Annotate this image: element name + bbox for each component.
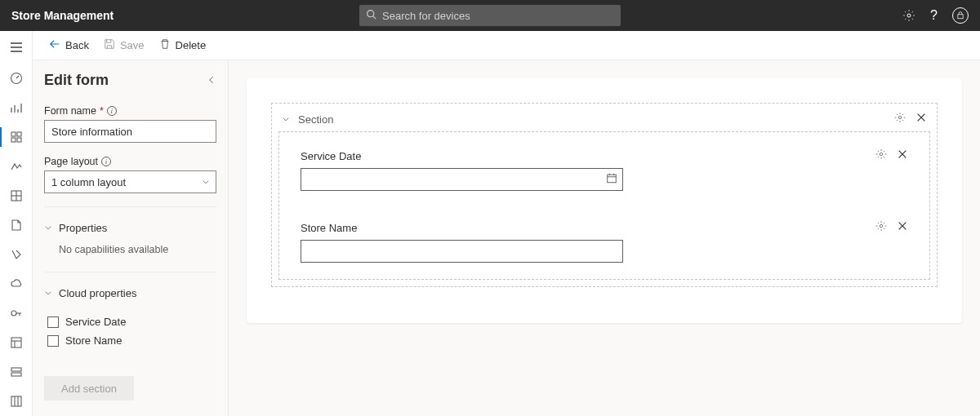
page-layout-label: Page layout i xyxy=(44,156,216,167)
close-icon[interactable] xyxy=(897,220,908,235)
back-label: Back xyxy=(65,39,89,51)
svg-point-31 xyxy=(880,153,883,156)
nav-command[interactable] xyxy=(0,240,32,269)
nav-devices[interactable] xyxy=(0,122,32,152)
edit-panel: Edit form Form name * i Page layout i xyxy=(33,60,229,416)
gear-icon[interactable] xyxy=(875,220,887,235)
svg-point-19 xyxy=(11,311,16,316)
nav-rules[interactable] xyxy=(0,152,32,181)
search-wrap xyxy=(359,5,621,26)
save-label: Save xyxy=(120,39,145,51)
svg-rect-12 xyxy=(11,132,16,136)
search-icon xyxy=(366,9,376,22)
field-label: Service Date xyxy=(301,150,361,162)
checkbox[interactable] xyxy=(47,316,59,328)
settings-icon[interactable] xyxy=(902,9,915,22)
form-card: Section xyxy=(247,78,962,323)
add-section-button[interactable]: Add section xyxy=(44,376,134,401)
svg-rect-3 xyxy=(958,15,963,19)
cloud-property-item[interactable]: Store Name xyxy=(47,334,216,347)
svg-rect-27 xyxy=(11,396,21,406)
properties-label: Properties xyxy=(59,222,107,234)
search-input[interactable] xyxy=(359,5,621,26)
cloud-properties-accordion[interactable]: Cloud properties xyxy=(44,285,216,301)
nav-cloud[interactable] xyxy=(0,269,32,299)
panel-title: Edit form xyxy=(44,72,109,89)
delete-button[interactable]: Delete xyxy=(159,38,207,52)
section-body: Service Date xyxy=(278,131,930,280)
close-icon[interactable] xyxy=(897,148,908,163)
svg-rect-15 xyxy=(17,138,21,142)
svg-rect-26 xyxy=(11,373,21,376)
chevron-left-icon[interactable] xyxy=(207,74,216,87)
nav-file[interactable] xyxy=(0,210,32,240)
page-layout-select[interactable] xyxy=(44,170,216,193)
close-icon[interactable] xyxy=(915,112,927,126)
svg-rect-22 xyxy=(11,338,21,347)
cloud-property-item[interactable]: Service Date xyxy=(47,316,216,328)
nav-key[interactable] xyxy=(0,299,32,328)
svg-rect-13 xyxy=(17,132,21,136)
checkbox[interactable] xyxy=(47,335,59,347)
svg-line-1 xyxy=(373,16,376,19)
svg-rect-32 xyxy=(608,175,617,183)
properties-accordion[interactable]: Properties xyxy=(44,220,216,236)
toolbar: Back Save Delete xyxy=(33,31,980,60)
calendar-icon[interactable] xyxy=(606,173,617,187)
gear-icon[interactable] xyxy=(875,148,887,163)
chevron-down-icon[interactable] xyxy=(282,113,290,126)
nav-storage[interactable] xyxy=(0,357,32,387)
field-label: Store Name xyxy=(301,222,357,234)
svg-point-36 xyxy=(880,224,883,228)
form-section[interactable]: Section xyxy=(271,103,938,287)
chevron-down-icon xyxy=(44,287,52,299)
save-icon xyxy=(104,38,115,52)
delete-label: Delete xyxy=(176,39,207,51)
arrow-left-icon xyxy=(49,38,60,52)
form-name-label: Form name * i xyxy=(44,105,216,117)
nav-grid[interactable] xyxy=(0,181,32,210)
date-input[interactable] xyxy=(301,168,623,191)
required-asterisk: * xyxy=(100,105,104,117)
nav-dashboard[interactable] xyxy=(0,64,32,93)
info-icon[interactable]: i xyxy=(107,106,117,116)
form-field[interactable]: Store Name xyxy=(301,220,908,263)
form-canvas: Section xyxy=(229,60,980,416)
hamburger-icon[interactable] xyxy=(0,31,32,64)
help-icon[interactable]: ? xyxy=(930,8,938,23)
nav-table[interactable] xyxy=(0,387,32,416)
nav-layout[interactable] xyxy=(0,328,32,357)
info-icon[interactable]: i xyxy=(101,157,111,166)
app-title: Store Management xyxy=(11,9,114,22)
nav-rail xyxy=(0,31,33,416)
trash-icon xyxy=(159,38,171,52)
app-header: Store Management ? xyxy=(0,0,980,31)
svg-point-30 xyxy=(898,116,902,119)
cloud-properties-label: Cloud properties xyxy=(59,287,136,299)
save-button[interactable]: Save xyxy=(104,38,145,52)
svg-point-2 xyxy=(907,14,911,17)
feedback-icon[interactable] xyxy=(952,7,969,24)
section-label: Section xyxy=(298,113,333,126)
svg-rect-25 xyxy=(11,368,21,371)
svg-point-0 xyxy=(368,11,374,17)
cloud-property-label: Store Name xyxy=(65,334,122,347)
form-field[interactable]: Service Date xyxy=(301,148,908,191)
form-name-input[interactable] xyxy=(44,120,216,143)
svg-rect-14 xyxy=(11,138,16,142)
gear-icon[interactable] xyxy=(894,112,906,126)
properties-empty-text: No capabilities available xyxy=(59,244,216,255)
cloud-property-label: Service Date xyxy=(65,316,126,328)
text-input[interactable] xyxy=(301,240,623,263)
nav-analytics[interactable] xyxy=(0,93,32,122)
back-button[interactable]: Back xyxy=(49,38,89,52)
chevron-down-icon xyxy=(44,222,52,234)
